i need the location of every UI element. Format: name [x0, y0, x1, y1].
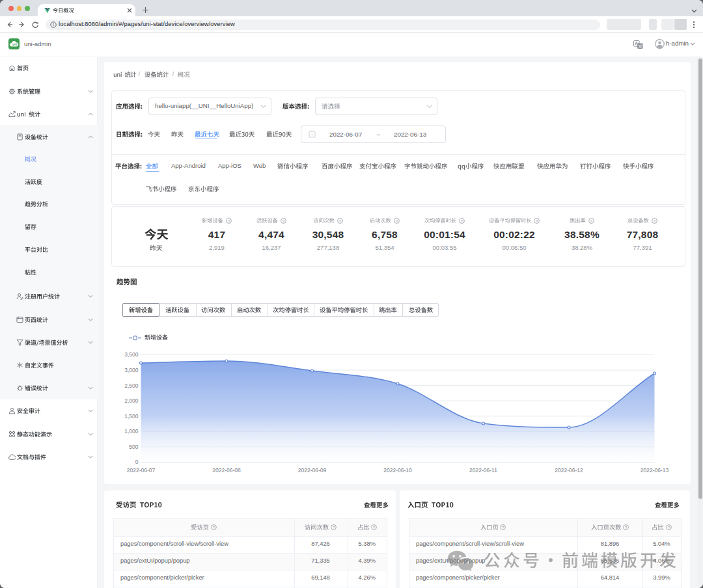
svg-text:?: ?: [373, 525, 376, 529]
svg-text:?: ?: [625, 525, 627, 529]
svg-text:?: ?: [333, 525, 335, 529]
svg-text:?: ?: [213, 525, 215, 529]
svg-text:?: ?: [668, 525, 670, 529]
svg-text:?: ?: [502, 525, 504, 529]
